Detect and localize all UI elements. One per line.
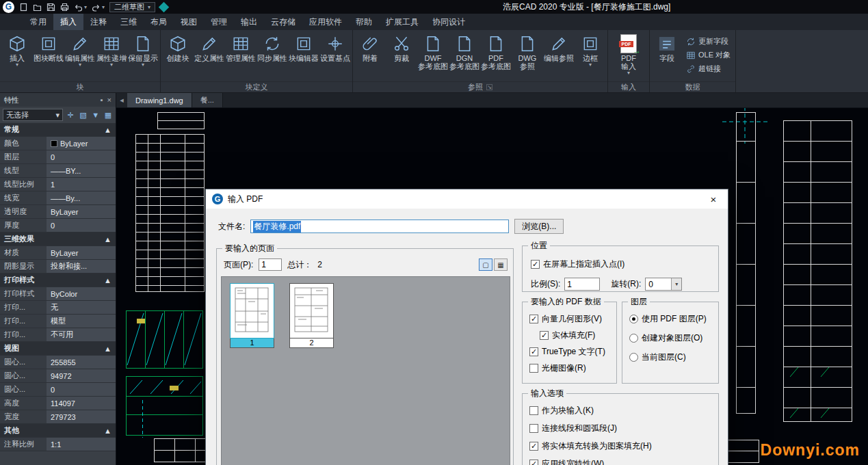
solid-fill-checkbox[interactable]: ✓ 实体填充(F) [540,330,605,341]
current-layer-radio[interactable]: 当前图层(C) [629,351,707,363]
insert-block-button[interactable]: 插入 ▾ [1,31,33,68]
property-row-height[interactable]: 高度114097 [0,397,116,410]
open-file-icon[interactable] [33,3,42,12]
property-row-color[interactable]: 颜色ByLayer [0,137,116,150]
dwg-reference-button[interactable]: DWG 参照 [512,31,543,70]
truetype-text-checkbox[interactable]: ✓ TrueType 文字(T) [529,346,605,358]
tab-manage[interactable]: 管理 [204,14,234,30]
property-row-material[interactable]: 材质ByLayer [0,246,116,260]
document-tab-drawing1[interactable]: Drawing1.dwg [127,93,192,107]
toggle-pickadd-icon[interactable]: ✛ [66,109,75,121]
specify-insertion-point-checkbox[interactable]: ✓ 在屏幕上指定插入点(I) [531,258,624,270]
property-row-center-y[interactable]: 圆心...94972 [0,369,116,383]
edit-reference-button[interactable]: 编辑参照 [543,31,575,62]
tab-output[interactable]: 输出 [234,14,264,30]
tab-help[interactable]: 帮助 [349,14,379,30]
hyperlink-button[interactable]: 超链接 [683,62,734,75]
grid-view-toggle[interactable]: ▦ [494,258,508,271]
print-icon[interactable] [60,3,69,12]
quick-select-icon[interactable]: ▼ [91,109,101,121]
undo-button[interactable]: ▾ [74,3,87,12]
property-row-annotation-scale[interactable]: 注释比例1:1 [0,438,116,451]
filename-input[interactable]: 餐厅装修.pdf [250,220,509,233]
tab-cloud[interactable]: 云存储 [264,14,302,30]
tab-scroll-left-icon[interactable]: ◂ [116,93,127,107]
document-tab-restaurant[interactable]: 餐... [192,93,223,107]
panel-close-icon[interactable]: × [107,96,111,104]
page-number-input[interactable]: 1 [259,258,282,271]
update-field-button[interactable]: 更新字段 [683,35,734,48]
edit-attributes-button[interactable]: 编辑属性 ▾ [64,31,96,68]
property-row-center-z[interactable]: 圆心...0 [0,383,116,397]
attach-button[interactable]: 附着 [354,31,386,62]
single-view-toggle[interactable]: ▢ [479,258,492,271]
vector-geometry-checkbox[interactable]: ✓ 向量几何图形(V) [529,313,605,325]
undo-caret-icon[interactable]: ▾ [84,4,87,10]
pin-icon[interactable]: ▪ [101,96,103,104]
property-row-thickness[interactable]: 厚度0 [0,219,116,232]
create-block-button[interactable]: 创建块 [162,31,194,62]
quick-select-alt-icon[interactable]: ▦ [103,109,113,121]
tab-view[interactable]: 视图 [174,14,204,30]
pdf-underlay-button[interactable]: PDF 参考底图 [480,31,512,70]
pdf-page-thumbnail-2[interactable]: 2 [289,283,334,348]
section-plot-style[interactable]: 打印样式▲ [0,274,116,287]
selection-dropdown[interactable]: 无选择 ▾ [3,109,63,121]
create-object-layers-radio[interactable]: 创建对象图层(O) [629,332,707,344]
set-base-point-button[interactable]: 设置基点 [319,31,351,62]
property-row-layer[interactable]: 图层0 [0,150,116,164]
tab-collaboration[interactable]: 协同设计 [425,14,472,30]
attribute-increment-button[interactable]: 属性递增 ▾ [96,31,127,68]
raster-image-checkbox[interactable]: ✓ 光栅图像(R) [529,362,605,374]
rotation-dropdown[interactable]: 0 ▾ [645,278,682,291]
import-as-block-checkbox[interactable]: ✓ 作为块输入(K) [529,405,652,416]
block-editor-button[interactable]: 块编辑器 [288,31,319,62]
property-row-plot-table[interactable]: 打印...无 [0,301,116,315]
field-button[interactable]: 字段 [651,31,683,62]
tab-apps[interactable]: 应用软件 [302,14,349,30]
select-objects-icon[interactable]: ▧ [78,109,88,121]
section-view[interactable]: 视图▲ [0,342,116,356]
property-row-width[interactable]: 宽度279723 [0,410,116,424]
tab-common[interactable]: 常用 [23,14,53,30]
new-file-icon[interactable] [19,3,28,12]
property-row-shadow-display[interactable]: 阴影显示投射和接... [0,260,116,274]
frame-button[interactable]: 边框 ▾ [575,31,606,68]
redo-button[interactable]: ▾ [92,3,105,12]
style-manager-icon[interactable] [159,1,170,12]
section-general[interactable]: 常规▲ [0,123,116,137]
property-row-plot-style[interactable]: 打印样式ByColor [0,287,116,301]
apply-lineweight-checkbox[interactable]: ✓ 应用线宽特性(W) [529,458,652,465]
manage-attributes-button[interactable]: 管理属性 [225,31,257,62]
clip-button[interactable]: 剪裁 [386,31,417,62]
block-breakline-button[interactable]: 图块断线 [33,31,64,62]
ole-object-button[interactable]: OLE 对象 [683,49,734,62]
dropdown-icon[interactable]: ▾ [671,278,681,290]
property-row-linetype-scale[interactable]: 线型比例1 [0,178,116,191]
tab-layout[interactable]: 布局 [144,14,174,30]
redo-caret-icon[interactable]: ▾ [102,4,105,10]
join-segments-checkbox[interactable]: ✓ 连接线段和圆弧段(J) [529,423,652,434]
dgn-underlay-button[interactable]: DGN 参考底图 [449,31,480,70]
tab-insert[interactable]: 插入 [53,14,83,30]
scale-input[interactable]: 1 [564,278,600,291]
property-row-linetype[interactable]: 线型——BY... [0,164,116,178]
tab-express-tools[interactable]: 扩展工具 [379,14,425,30]
convert-solid-fill-checkbox[interactable]: ✓ 将实体填充转换为图案填充(H) [529,440,652,452]
section-3d-effects[interactable]: 三维效果▲ [0,232,116,246]
tab-annotate[interactable]: 注释 [83,14,114,30]
workspace-switcher[interactable]: 二维草图 ▾ [109,2,155,12]
dialog-launcher-icon[interactable]: ↘ [486,84,492,90]
use-pdf-layers-radio[interactable]: 使用 PDF 图层(P) [629,313,707,325]
browse-button[interactable]: 浏览(B)... [514,219,564,234]
pdf-page-thumbnail-1[interactable]: 1 [230,283,274,348]
pdf-import-button[interactable]: PDF → PDF 输入 ▾ [609,31,648,76]
sync-attributes-button[interactable]: 同步属性 [257,31,288,62]
property-row-plot-avail[interactable]: 打印...不可用 [0,328,116,342]
property-row-lineweight[interactable]: 线宽——By... [0,191,116,205]
app-logo-icon[interactable]: G [3,1,14,13]
section-misc[interactable]: 其他▲ [0,424,116,438]
property-row-center-x[interactable]: 圆心...255855 [0,356,116,369]
tab-3d[interactable]: 三维 [114,14,144,30]
dwf-underlay-button[interactable]: DWF 参考底图 [417,31,449,70]
